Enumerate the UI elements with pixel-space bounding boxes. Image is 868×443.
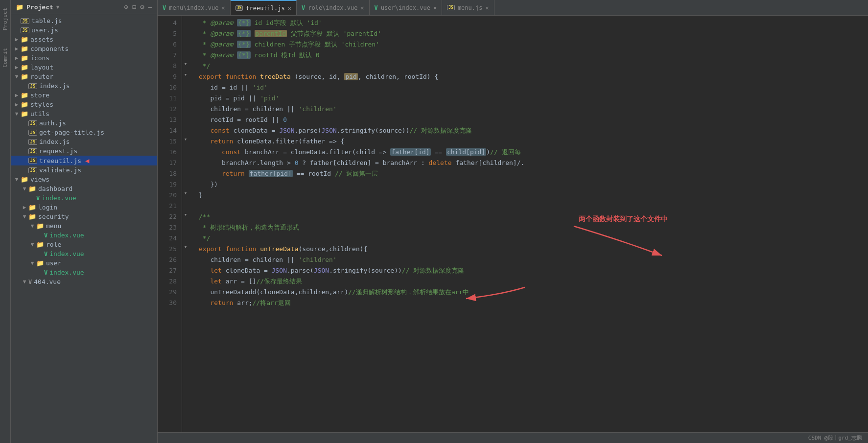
tab-close-button[interactable]: ✕ <box>221 4 225 11</box>
list-item[interactable]: JS auth.js <box>11 118 157 128</box>
list-item[interactable]: JS user.js <box>11 25 157 35</box>
vue-tab-icon: V <box>375 4 378 11</box>
collapse-arrow: ▼ <box>21 186 28 192</box>
list-item[interactable]: JS index.js <box>11 137 157 146</box>
js-icon: JS <box>21 27 29 33</box>
folder-icon: 📁 <box>28 185 36 192</box>
list-item[interactable]: ▶ 📁 store <box>11 91 157 100</box>
js-icon: JS <box>28 120 37 126</box>
collapse-arrow: ▶ <box>13 64 21 70</box>
js-icon: JS <box>28 130 37 136</box>
close-icon[interactable]: — <box>148 3 152 11</box>
code-line: unTreeDatadd(cloneData,children,arr)//递归… <box>199 287 868 298</box>
js-icon: JS <box>28 139 37 145</box>
tab-close-button[interactable]: ✕ <box>433 4 437 11</box>
folder-icon: 📁 <box>28 204 36 211</box>
credit-text: CSDN @殷丨grd_志腾 <box>808 434 862 442</box>
code-line: const cloneData = JSON.parse(JSON.string… <box>199 125 868 136</box>
code-line: rootId = rootId || 0 <box>199 115 868 125</box>
line-numbers: 4 5 6 7 8 9 10 11 12 13 14 15 16 17 18 1… <box>158 16 182 432</box>
list-item[interactable]: JS get-page-title.js <box>11 128 157 137</box>
vue-icon: V <box>44 269 47 276</box>
code-line: branchArr.length > 0 ? father[children] … <box>199 158 868 168</box>
sidebar-item-utils[interactable]: ▼ 📁 utils <box>11 109 157 118</box>
folder-icon: 📁 <box>21 36 28 43</box>
fold-button[interactable]: ▾ <box>182 242 189 253</box>
folder-icon: 📁 <box>21 92 28 99</box>
sidebar-item-dashboard[interactable]: ▼ 📁 dashboard <box>11 184 157 193</box>
list-item[interactable]: V index.vue <box>11 231 157 240</box>
code-line: * @param {*} rootId 根Id 默认 0 <box>199 50 868 61</box>
code-line: * 树形结构解析，构造为普通形式 <box>199 222 868 233</box>
code-line: /** <box>199 211 868 222</box>
collapse-arrow: ▼ <box>13 176 21 183</box>
sidebar-item-role[interactable]: ▼ 📁 role <box>11 240 157 249</box>
folder-icon: 📁 <box>21 110 28 117</box>
activity-project[interactable]: Project <box>1 4 9 34</box>
code-line: */ <box>199 233 868 244</box>
list-item[interactable]: ▶ 📁 components <box>11 44 157 53</box>
list-item[interactable]: JS request.js <box>11 146 157 156</box>
folder-icon: 📁 <box>36 222 44 230</box>
list-item[interactable]: V index.vue <box>11 268 157 277</box>
collapse-arrow: ▶ <box>13 92 21 98</box>
list-item[interactable]: ▶ 📁 styles <box>11 100 157 109</box>
fold-button[interactable]: ▾ <box>182 188 189 199</box>
code-line: * @param {*} id id字段 默认 'id' <box>199 18 868 28</box>
tab-close-button[interactable]: ✕ <box>288 5 291 12</box>
list-item[interactable]: ▶ 📁 icons <box>11 53 157 63</box>
sidebar-item-login[interactable]: ▶ 📁 login <box>11 203 157 212</box>
tab-treeutil-js[interactable]: JS treeutil.js ✕ <box>231 0 297 15</box>
activity-commit[interactable]: Commit <box>1 44 9 71</box>
sidebar-item-menu[interactable]: ▼ 📁 menu <box>11 221 157 231</box>
tab-close-button[interactable]: ✕ <box>485 4 489 11</box>
fold-button[interactable]: ▾ <box>182 59 189 70</box>
sidebar-item-views[interactable]: ▼ 📁 views <box>11 175 157 184</box>
activity-bar: Project Commit <box>0 0 11 443</box>
list-item[interactable]: ▶ 📁 assets <box>11 35 157 44</box>
sidebar-item-security[interactable]: ▼ 📁 security <box>11 212 157 221</box>
js-tab-icon: JS <box>235 5 243 11</box>
vue-tab-icon: V <box>163 4 166 11</box>
list-item[interactable]: V index.vue <box>11 193 157 203</box>
folder-icon: 📁 <box>21 176 28 183</box>
vue-icon: V <box>36 195 40 202</box>
fold-button[interactable]: ▾ <box>182 210 189 220</box>
tab-role-index-vue[interactable]: V role\index.vue ✕ <box>297 0 370 15</box>
file-tree: JS table.js JS user.js ▶ 📁 assets ▶ 📁 co… <box>11 14 157 443</box>
sidebar-item-user[interactable]: ▼ 📁 user <box>11 258 157 268</box>
file-tree-panel: 📁 Project ▼ ⊕ ⊟ ⚙ — JS table.js JS user.… <box>11 0 158 443</box>
js-icon: JS <box>21 18 29 24</box>
js-icon: JS <box>28 148 37 154</box>
code-editor: 4 5 6 7 8 9 10 11 12 13 14 15 16 17 18 1… <box>158 16 868 432</box>
sidebar-item-treeutil[interactable]: JS treeutil.js ◀ <box>11 156 157 165</box>
list-item[interactable]: ▼ V 404.vue <box>11 277 157 286</box>
tab-menu-js[interactable]: JS menu.js ✕ <box>442 0 494 15</box>
fold-button[interactable]: ▾ <box>182 134 189 145</box>
locate-icon[interactable]: ⊕ <box>124 3 128 11</box>
list-item[interactable]: V index.vue <box>11 249 157 258</box>
code-line: id = id || 'id' <box>199 82 868 93</box>
list-item[interactable]: JS index.js <box>11 81 157 91</box>
collapse-arrow: ▼ <box>21 213 28 220</box>
folder-icon: 📁 <box>16 3 23 11</box>
list-item[interactable]: ▶ 📁 layout <box>11 63 157 72</box>
list-item[interactable]: JS table.js <box>11 16 157 25</box>
tab-close-button[interactable]: ✕ <box>360 4 364 11</box>
folder-icon: 📁 <box>21 45 28 52</box>
code-content[interactable]: ▾ ▾ ▾ ▾ ▾ ▾ <box>182 16 868 432</box>
dropdown-icon[interactable]: ▼ <box>56 4 60 10</box>
tabs-bar: V menu\index.vue ✕ JS treeutil.js ✕ V ro… <box>158 0 868 16</box>
code-line: */ <box>199 61 868 71</box>
tab-user-index-vue[interactable]: V user\index.vue ✕ <box>370 0 443 15</box>
list-item[interactable]: JS validate.js <box>11 165 157 175</box>
code-line: * @param {*} children 子节点字段 默认 'children… <box>199 39 868 50</box>
sidebar-item-router[interactable]: ▼ 📁 router <box>11 72 157 81</box>
folder-icon: 📁 <box>21 101 28 108</box>
settings-icon[interactable]: ⚙ <box>140 3 144 11</box>
sidebar-toolbar: ⊕ ⊟ ⚙ — <box>124 3 152 11</box>
fold-button[interactable]: ▾ <box>182 70 189 80</box>
tab-menu-index-vue[interactable]: V menu\index.vue ✕ <box>158 0 231 15</box>
js-tab-icon: JS <box>447 5 455 10</box>
collapse-icon[interactable]: ⊟ <box>132 3 136 11</box>
